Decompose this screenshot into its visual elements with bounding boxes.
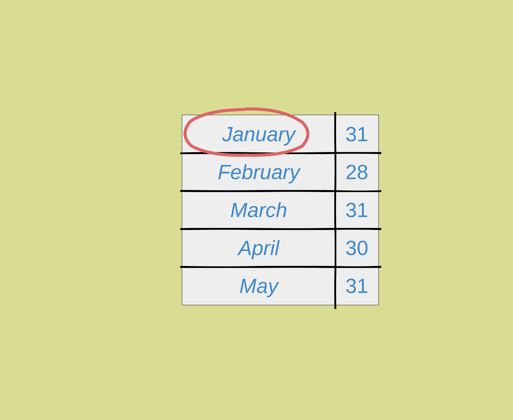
diagram-container: January 31 February 28 March 31 April 30 bbox=[182, 115, 379, 305]
table-row: March 31 bbox=[182, 191, 378, 229]
table-row: April 30 bbox=[182, 229, 378, 267]
month-cell: April bbox=[182, 229, 335, 267]
months-table: January 31 February 28 March 31 April 30 bbox=[182, 115, 379, 305]
table-row: May 31 bbox=[182, 267, 378, 305]
days-cell: 30 bbox=[335, 229, 378, 267]
month-cell: March bbox=[182, 191, 335, 229]
month-cell: February bbox=[182, 153, 335, 191]
month-cell: January bbox=[182, 115, 335, 153]
days-cell: 28 bbox=[335, 153, 378, 191]
days-cell: 31 bbox=[335, 191, 378, 229]
days-cell: 31 bbox=[335, 115, 378, 153]
days-cell: 31 bbox=[335, 267, 378, 305]
month-cell: May bbox=[182, 267, 335, 305]
table-row: February 28 bbox=[182, 153, 378, 191]
table-row: January 31 bbox=[182, 115, 378, 153]
